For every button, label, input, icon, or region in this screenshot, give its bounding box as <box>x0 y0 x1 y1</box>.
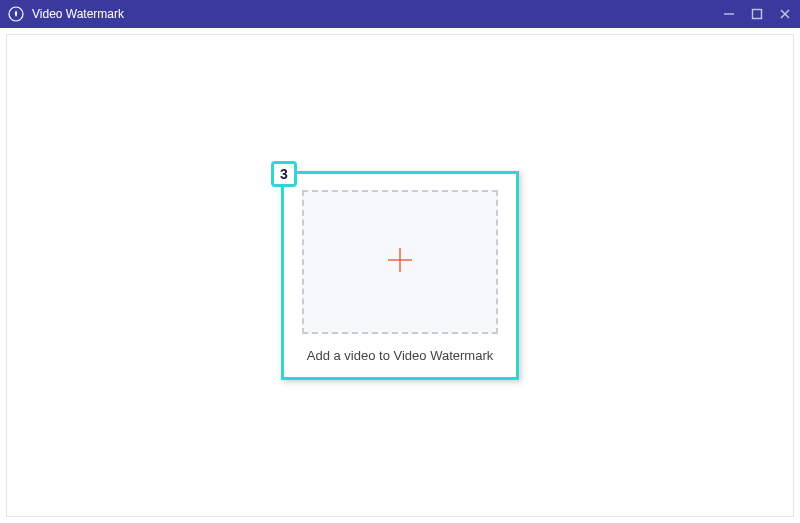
tutorial-highlight: 3 Add a video to Video Watermark <box>281 171 519 380</box>
maximize-icon <box>751 8 763 20</box>
close-button[interactable] <box>778 7 792 21</box>
minimize-icon <box>723 8 735 20</box>
tutorial-step-badge: 3 <box>271 161 297 187</box>
close-icon <box>779 8 791 20</box>
content-area: 3 Add a video to Video Watermark <box>6 34 794 517</box>
add-video-dropzone[interactable] <box>302 190 498 334</box>
app-window: Video Watermark 3 <box>0 0 800 523</box>
titlebar: Video Watermark <box>0 0 800 28</box>
maximize-button[interactable] <box>750 7 764 21</box>
app-title: Video Watermark <box>32 7 722 21</box>
minimize-button[interactable] <box>722 7 736 21</box>
plus-icon <box>384 244 416 280</box>
window-controls <box>722 7 792 21</box>
app-icon <box>8 6 24 22</box>
svg-rect-2 <box>753 10 762 19</box>
dropzone-label: Add a video to Video Watermark <box>302 348 498 363</box>
